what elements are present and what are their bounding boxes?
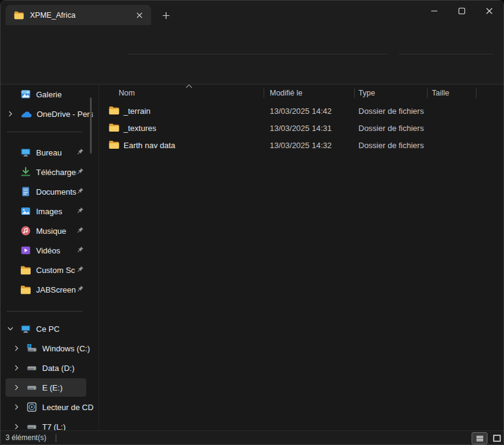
pictures-icon (20, 206, 31, 217)
minimize-button[interactable] (420, 1, 448, 21)
sidebar-separator (7, 311, 83, 312)
music-icon (20, 225, 31, 236)
folder-icon (20, 266, 31, 275)
document-icon (20, 186, 31, 197)
pin-icon (76, 168, 84, 176)
sidebar-label: Galerie (36, 90, 62, 99)
sidebar-label: JABScreen (36, 285, 76, 294)
large-icons-view-icon (493, 435, 501, 442)
details-view-button[interactable] (472, 432, 487, 444)
sidebar-separator (7, 132, 83, 132)
desktop-icon (20, 147, 31, 158)
large-icons-view-button[interactable] (490, 432, 503, 444)
download-icon (20, 166, 31, 178)
sort-ascending-caret-icon (185, 84, 193, 89)
sidebar-item-videos[interactable]: Vidéos (1, 241, 97, 260)
close-icon (486, 7, 493, 15)
folder-icon (109, 123, 119, 132)
drive-icon (26, 362, 37, 373)
explorer-tab[interactable]: XPME_Africa (6, 5, 151, 25)
sidebar-item-custom-scenery[interactable]: Custom Scer (1, 261, 97, 279)
file-type: Dossier de fichiers (358, 136, 424, 154)
column-resize-handle[interactable] (427, 88, 428, 98)
plus-icon (162, 12, 170, 20)
sidebar-item-gallery[interactable]: Galerie (1, 85, 97, 103)
pin-icon (76, 207, 84, 215)
pin-icon (76, 246, 84, 254)
sidebar-item-pictures[interactable]: Images (1, 202, 97, 220)
sidebar-label: OneDrive - Pers (37, 110, 93, 119)
sidebar-item-drive-e[interactable]: E (E:) (1, 378, 97, 397)
file-modified: 13/03/2025 14:32 (270, 136, 332, 154)
sidebar-item-onedrive[interactable]: OneDrive - Pers (1, 105, 97, 123)
chevron-right-icon[interactable] (7, 110, 15, 118)
close-window-button[interactable] (475, 1, 503, 21)
chevron-right-icon[interactable] (13, 345, 21, 352)
cd-drive-icon (26, 402, 37, 413)
chevron-down-icon[interactable] (7, 325, 15, 332)
sidebar-item-drive-d[interactable]: Data (D:) (1, 359, 97, 377)
pin-icon (76, 285, 84, 293)
maximize-icon (458, 7, 465, 15)
gallery-icon (20, 89, 31, 100)
command-toolbar: Nouveau (1, 54, 504, 84)
sidebar-label: Téléchargem (36, 168, 76, 177)
minimize-icon (431, 7, 438, 15)
file-row-terrain[interactable]: _terrain 13/03/2025 14:42 Dossier de fic… (99, 102, 504, 119)
pin-icon (76, 266, 84, 274)
this-pc-icon (20, 323, 31, 334)
videos-icon (20, 245, 31, 256)
close-icon (136, 12, 143, 18)
chevron-right-icon[interactable] (13, 403, 21, 411)
chevron-right-icon[interactable] (13, 423, 21, 430)
sidebar-label: Windows (C:) (42, 344, 90, 353)
sidebar-label: E (E:) (42, 383, 62, 392)
maximize-button[interactable] (448, 1, 475, 21)
file-row-earth-nav-data[interactable]: Earth nav data 13/03/2025 14:32 Dossier … (99, 136, 504, 154)
chevron-right-icon[interactable] (13, 384, 21, 391)
status-bar (1, 430, 504, 445)
sidebar-label: Lecteur de CD (42, 403, 94, 412)
file-row-textures[interactable]: _textures 13/03/2025 14:31 Dossier de fi… (99, 119, 504, 136)
sidebar-item-music[interactable]: Musique (1, 222, 97, 240)
details-view-icon (476, 435, 484, 442)
tab-title: XPME_Africa (30, 11, 133, 20)
column-header-type[interactable]: Type (358, 86, 375, 100)
sidebar-label: Ce PC (36, 324, 59, 334)
sidebar-item-desktop[interactable]: Bureau (1, 143, 97, 162)
sidebar-item-drive-c[interactable]: Windows (C:) (1, 339, 97, 357)
sidebar-item-cd-drive[interactable]: Lecteur de CD (1, 398, 97, 416)
file-type: Dossier de fichiers (358, 102, 424, 119)
column-resize-handle[interactable] (476, 88, 476, 98)
column-header-size[interactable]: Taille (432, 86, 450, 100)
folder-icon (20, 285, 31, 294)
title-bar: XPME_Africa (1, 1, 504, 25)
pin-icon (76, 187, 84, 195)
sidebar-item-jabscreen[interactable]: JABScreen (1, 280, 97, 299)
column-header-name[interactable]: Nom (119, 86, 135, 100)
column-header-modified[interactable]: Modifié le (270, 86, 303, 100)
new-tab-button[interactable] (157, 7, 174, 23)
sidebar-item-documents[interactable]: Documents (1, 182, 97, 201)
tab-close-button[interactable] (133, 9, 146, 22)
file-type: Dossier de fichiers (358, 119, 424, 136)
sidebar-item-downloads[interactable]: Téléchargem (1, 163, 97, 181)
pin-icon (76, 226, 84, 234)
navigation-bar: … XPME_Africa (1, 25, 504, 54)
sidebar-label: Custom Scer (36, 266, 75, 275)
folder-icon (109, 106, 119, 115)
item-count: 3 élément(s) (6, 430, 46, 445)
sidebar-label: Documents (36, 187, 76, 196)
column-resize-handle[interactable] (354, 88, 355, 98)
column-resize-handle[interactable] (264, 88, 264, 98)
sidebar-label: Images (36, 207, 62, 216)
pin-icon (76, 148, 84, 156)
file-name: Earth nav data (124, 136, 176, 154)
drive-icon (26, 382, 37, 393)
onedrive-icon (20, 110, 32, 118)
sidebar-item-this-pc[interactable]: Ce PC (1, 320, 97, 338)
sidebar-label: Data (D:) (42, 364, 75, 373)
chevron-right-icon[interactable] (13, 364, 21, 372)
status-divider (56, 434, 56, 442)
sidebar-label: Bureau (36, 148, 62, 157)
